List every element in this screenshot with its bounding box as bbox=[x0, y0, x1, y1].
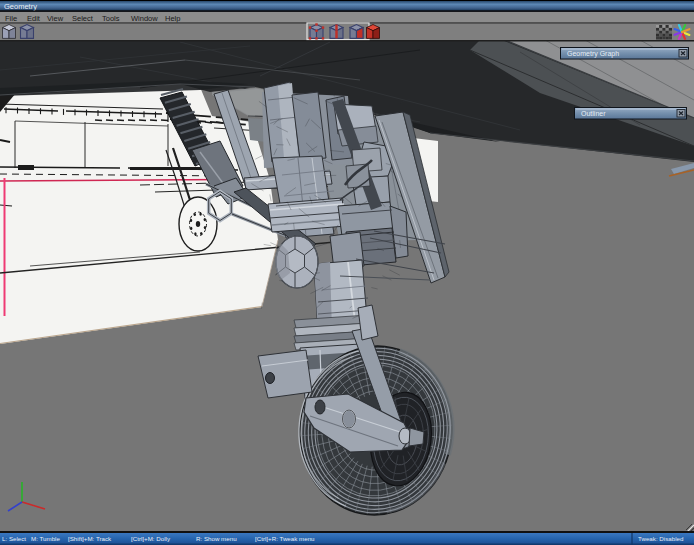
svg-text:[Ctrl]+R: Tweak menu: [Ctrl]+R: Tweak menu bbox=[255, 535, 315, 542]
svg-text:L: Select: L: Select bbox=[2, 535, 26, 542]
svg-text:[Ctrl]+M: Dolly: [Ctrl]+M: Dolly bbox=[131, 535, 171, 542]
svg-text:Geometry: Geometry bbox=[4, 2, 37, 11]
svg-text:Geometry Graph: Geometry Graph bbox=[567, 50, 619, 58]
svg-text:Window: Window bbox=[131, 14, 158, 23]
svg-text:Select: Select bbox=[72, 14, 94, 23]
svg-text:Edit: Edit bbox=[27, 14, 41, 23]
svg-text:M: Tumble: M: Tumble bbox=[31, 535, 60, 542]
svg-text:R: Show menu: R: Show menu bbox=[196, 535, 237, 542]
svg-text:View: View bbox=[47, 14, 64, 23]
svg-text:File: File bbox=[5, 14, 17, 23]
svg-text:Tweak: Disabled: Tweak: Disabled bbox=[638, 535, 684, 542]
svg-text:Outliner: Outliner bbox=[581, 110, 606, 117]
svg-text:Help: Help bbox=[165, 14, 180, 23]
svg-text:Tools: Tools bbox=[102, 14, 120, 23]
svg-text:[Shift]+M: Track: [Shift]+M: Track bbox=[68, 535, 112, 542]
